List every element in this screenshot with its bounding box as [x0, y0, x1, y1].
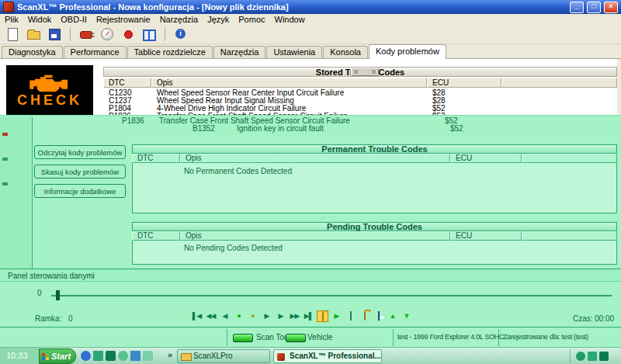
- tab-tablice-rozdzielcze[interactable]: Tablice rozdzielcze: [127, 46, 213, 58]
- stored-col-dtc[interactable]: DTC: [103, 78, 151, 88]
- menu-item-narzedzia[interactable]: Narzędzia: [155, 15, 203, 24]
- skip-last-icon[interactable]: ▶▌: [303, 310, 314, 322]
- permanent-col-extra[interactable]: [522, 154, 617, 163]
- flag-yellow: [46, 357, 49, 360]
- tray-icon-2[interactable]: [588, 352, 597, 361]
- taskbar-task-scanxl-professional[interactable]: ScanXL™ Professional...: [273, 349, 382, 363]
- clear-codes-button[interactable]: Skasuj kody problemów: [34, 165, 126, 179]
- flag-red: [42, 353, 45, 356]
- titlebar[interactable]: ScanXL™ Professional - Nowa konfiguracja…: [0, 0, 621, 14]
- quicklaunch-icon-5[interactable]: [130, 351, 141, 361]
- rewind-icon[interactable]: ◀◀: [205, 310, 217, 322]
- stored-col-ecu[interactable]: ECU: [427, 78, 501, 88]
- extra-info-button[interactable]: Informacje dodatkowe: [34, 184, 126, 198]
- menu-item-plik[interactable]: Plik: [0, 15, 23, 24]
- menu-item-window[interactable]: Window: [270, 15, 310, 24]
- read-codes-button[interactable]: Odczytaj kody problemów: [34, 145, 126, 159]
- record-icon[interactable]: [120, 26, 136, 42]
- frame-value: 0: [68, 314, 73, 323]
- menu-item-obd2[interactable]: OBD-II: [56, 15, 92, 24]
- info-glyph: [175, 29, 186, 39]
- permanent-codes-title: Permanent Trouble Codes: [132, 144, 617, 154]
- timeline-slider-thumb[interactable]: [56, 290, 60, 300]
- menu-item-jezyk[interactable]: Język: [203, 15, 234, 24]
- folder-glyph: [322, 312, 324, 321]
- taskbar-task-scanxlpro-folder[interactable]: ScanXLPro: [177, 349, 270, 363]
- table-row[interactable]: C1237 Wheel Speed Rear Input Signal Miss…: [0, 96, 617, 104]
- window-title: ScanXL™ Professional - Nowa konfiguracja…: [17, 2, 289, 12]
- download-icon[interactable]: ▼: [401, 310, 412, 322]
- stored-col-opis[interactable]: Opis: [151, 78, 427, 88]
- permanent-col-dtc[interactable]: DTC: [132, 154, 180, 163]
- quicklaunch-icon-2[interactable]: [93, 351, 103, 361]
- skip-first-icon[interactable]: ▌◀: [191, 310, 203, 322]
- open-folder-glyph: [27, 31, 40, 40]
- open-folder-icon[interactable]: [26, 26, 41, 42]
- flag-blue: [42, 357, 45, 360]
- strip-mark: [2, 182, 8, 185]
- quicklaunch-icon-1[interactable]: [81, 351, 91, 361]
- pending-codes-title: Pending Trouble Codes: [132, 222, 617, 231]
- pending-col-extra[interactable]: [522, 231, 617, 241]
- timeline-slider-track[interactable]: [51, 295, 612, 296]
- record-olive-icon[interactable]: ●: [247, 310, 258, 322]
- bookmark-folder-icon[interactable]: [317, 310, 328, 322]
- quicklaunch-icon-6[interactable]: [143, 351, 153, 361]
- new-file-icon[interactable]: [5, 26, 20, 42]
- gauge-icon[interactable]: [99, 26, 115, 42]
- menu-item-widok[interactable]: Widok: [23, 15, 57, 24]
- app-icon: [3, 2, 14, 12]
- fast-forward-icon[interactable]: ▶▶: [289, 310, 300, 322]
- connect-icon[interactable]: [78, 26, 94, 42]
- permanent-col-opis[interactable]: Opis: [180, 154, 450, 163]
- stored-col-extra[interactable]: [501, 78, 617, 88]
- step-forward-icon[interactable]: ▶: [275, 310, 286, 322]
- pending-col-opis[interactable]: Opis: [180, 231, 450, 241]
- tray-icon-3[interactable]: [599, 352, 609, 361]
- pending-col-ecu[interactable]: ECU: [450, 231, 522, 241]
- permanent-col-ecu[interactable]: ECU: [450, 154, 522, 163]
- dashboards-icon[interactable]: [141, 26, 157, 42]
- table-row[interactable]: C1230 Wheel Speed Sensor Rear Center Inp…: [0, 88, 617, 96]
- quicklaunch-overflow-chevron[interactable]: »: [168, 350, 172, 359]
- quicklaunch-icon-4[interactable]: [118, 351, 128, 361]
- new-log-icon[interactable]: [345, 310, 356, 322]
- close-button[interactable]: ×: [604, 2, 618, 13]
- task-label: ScanXLPro: [193, 350, 233, 362]
- save-log-icon[interactable]: [373, 310, 384, 322]
- step-back-icon[interactable]: ◀: [219, 310, 231, 322]
- tab-narzedzia[interactable]: Narzędzia: [213, 46, 266, 58]
- pending-empty-text: No Pending Codes Detected: [184, 244, 283, 252]
- play-log-icon[interactable]: ▶: [331, 310, 342, 322]
- cell-opis: Ignition key in circuit fault: [237, 124, 324, 133]
- pending-col-dtc[interactable]: DTC: [132, 231, 180, 241]
- play-icon[interactable]: ▶: [261, 310, 272, 322]
- menu-item-pomoc[interactable]: Pomoc: [234, 15, 269, 24]
- tab-performance[interactable]: Performance: [64, 46, 127, 58]
- info-icon[interactable]: [173, 26, 189, 42]
- table-row-glitch: B1352 Ignition key in circuit fault $52: [0, 124, 621, 132]
- start-button[interactable]: Start: [39, 348, 76, 364]
- tray-icon-1[interactable]: [576, 352, 585, 361]
- tab-ustawienia[interactable]: Ustawienia: [266, 46, 322, 58]
- minimize-button[interactable]: _: [570, 2, 584, 13]
- table-row[interactable]: P1804 4-Wheel Drive High Indicator Circu…: [0, 104, 617, 112]
- menu-item-rejestrowanie[interactable]: Rejestrowanie: [92, 15, 155, 24]
- scan-tool-led: [233, 334, 253, 342]
- maximize-button[interactable]: □: [587, 2, 601, 13]
- glitch-overlay: P1836 Transfer Case Front Shaft Speed Se…: [0, 115, 621, 347]
- glitch-clock: 10:33: [6, 351, 28, 360]
- upload-icon[interactable]: ▲: [387, 310, 398, 322]
- tab-diagnostyka[interactable]: Diagnostyka: [2, 46, 63, 58]
- app-icon: [277, 353, 285, 361]
- tab-konsola[interactable]: Konsola: [323, 46, 368, 58]
- playback-controls: ▌◀ ◀◀ ◀ ● ● ▶ ▶ ▶▶ ▶▌ ▶ ▲ ▼: [191, 310, 412, 322]
- tab-kody-problemow[interactable]: Kody problemów: [369, 44, 446, 59]
- toolbar-separator: [70, 27, 71, 41]
- quicklaunch-icon-3[interactable]: [106, 351, 116, 361]
- open-log-icon[interactable]: [359, 310, 370, 322]
- folder-icon: [181, 353, 192, 361]
- record-green-icon[interactable]: ●: [233, 310, 245, 322]
- gauge-glyph: [101, 28, 113, 40]
- save-icon[interactable]: [47, 26, 62, 42]
